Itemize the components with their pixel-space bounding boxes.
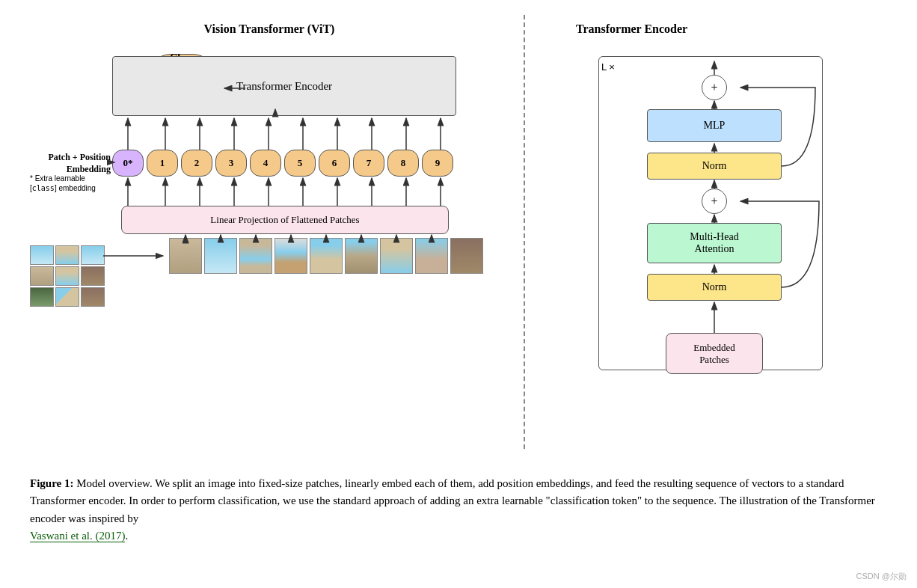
mlp-box: MLP <box>647 109 782 142</box>
img-patch <box>81 287 105 307</box>
diagram-area: Vision Transformer (ViT) Class BirdBallC… <box>22 15 895 464</box>
dashed-divider <box>524 15 525 449</box>
mha-label: Multi-HeadAttention <box>690 231 738 255</box>
token-4: 4 <box>250 150 281 177</box>
token-9: 9 <box>422 150 453 177</box>
caption-figure-label: Figure 1: <box>30 477 73 489</box>
large-patch <box>450 238 483 274</box>
norm1-label: Norm <box>702 160 727 172</box>
encoder-title: Transformer Encoder <box>539 22 917 36</box>
large-patch <box>380 238 413 274</box>
mha-box: Multi-HeadAttention <box>647 223 782 263</box>
patch-pos-label: Patch + PositionEmbedding <box>30 152 111 175</box>
token-5: 5 <box>284 150 316 177</box>
vaswani-link[interactable]: Vaswani et al. (2017) <box>30 530 125 542</box>
image-grid-small <box>30 245 105 307</box>
caption-text: Figure 1: Model overview. We split an im… <box>30 477 875 542</box>
bottom-plus-circle: + <box>702 189 727 214</box>
top-plus-circle: + <box>702 75 727 100</box>
img-patch <box>55 245 79 265</box>
large-patch <box>310 238 343 274</box>
patch-pos-text: Patch + PositionEmbedding <box>48 152 111 174</box>
mlp-label: MLP <box>704 120 726 132</box>
token-2: 2 <box>181 150 212 177</box>
norm2-box: Norm <box>647 274 782 301</box>
token-6: 6 <box>319 150 350 177</box>
img-patch <box>81 245 105 265</box>
vit-title: Vision Transformer (ViT) <box>22 22 516 36</box>
embedded-patches-box: EmbeddedPatches <box>666 333 763 374</box>
csdn-watermark: CSDN @尔勋 <box>856 571 907 582</box>
encoder-panel: Transformer Encoder L × + MLP Norm + <box>539 15 917 464</box>
large-patch <box>239 238 272 274</box>
page-container: Vision Transformer (ViT) Class BirdBallC… <box>0 0 917 588</box>
large-patch <box>275 238 307 274</box>
img-patch <box>55 287 79 307</box>
transformer-encoder-box: Transformer Encoder <box>112 56 456 116</box>
extra-learnable-label: * Extra learnable[class] embedding <box>30 174 116 193</box>
token-1: 1 <box>147 150 178 177</box>
img-patch <box>30 245 54 265</box>
large-patch <box>415 238 448 274</box>
token-7: 7 <box>353 150 384 177</box>
token-0: 0* <box>112 150 144 177</box>
extra-learnable-text: * Extra learnable[class] embedding <box>30 174 96 192</box>
linear-proj-box: Linear Projection of Flattened Patches <box>121 206 449 234</box>
tokens-row: 0* 1 2 3 4 5 6 7 8 9 <box>112 150 453 177</box>
img-patch <box>30 287 54 307</box>
caption-area: Figure 1: Model overview. We split an im… <box>22 475 895 545</box>
norm2-label: Norm <box>702 281 727 293</box>
transformer-encoder-label: Transformer Encoder <box>236 80 332 93</box>
large-patch <box>169 238 202 274</box>
lx-label: L × <box>601 61 615 73</box>
img-patch <box>81 266 105 286</box>
top-plus-symbol: + <box>711 81 717 94</box>
caption-suffix: . <box>125 530 128 542</box>
token-8: 8 <box>387 150 419 177</box>
img-patch <box>55 266 79 286</box>
token-3: 3 <box>215 150 247 177</box>
img-patch <box>30 266 54 286</box>
linear-proj-label: Linear Projection of Flattened Patches <box>210 214 359 226</box>
large-patch <box>204 238 237 274</box>
vit-panel: Vision Transformer (ViT) Class BirdBallC… <box>22 15 516 464</box>
norm1-box: Norm <box>647 153 782 180</box>
bottom-plus-symbol: + <box>711 195 717 208</box>
large-patch <box>345 238 378 274</box>
embedded-patches-label: EmbeddedPatches <box>693 342 735 366</box>
large-patches-row <box>169 238 483 274</box>
